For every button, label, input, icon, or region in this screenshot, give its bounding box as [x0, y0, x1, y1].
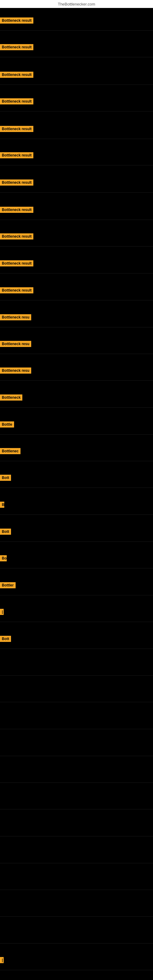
row-separator — [0, 84, 153, 85]
bottleneck-result-item: Bottleneck resu — [0, 341, 31, 348]
row-separator — [0, 111, 153, 111]
row-separator — [0, 514, 153, 515]
row-separator — [0, 273, 153, 274]
bottleneck-result-item: Bottleneck result — [0, 287, 33, 294]
row-separator — [0, 863, 153, 863]
row-separator — [0, 57, 153, 57]
bottleneck-result-item: Bottlenec — [0, 448, 21, 455]
bottleneck-label: Bottleneck result — [0, 207, 33, 213]
rows-container: Bottleneck resultBottleneck resultBottle… — [0, 0, 153, 980]
bottleneck-label: Bottleneck — [0, 395, 22, 401]
bottleneck-result-item: | — [0, 957, 4, 964]
bottleneck-label: Bo — [0, 555, 7, 562]
site-title: TheBottlenecker.com — [58, 2, 95, 6]
bottleneck-label: Bott — [0, 636, 11, 642]
row-separator — [0, 568, 153, 568]
bottleneck-result-item: Bottleneck result — [0, 44, 33, 51]
bottleneck-result-item: Bottleneck resu — [0, 368, 31, 375]
bottleneck-result-item: Bo — [0, 555, 7, 563]
row-separator — [0, 729, 153, 729]
bottleneck-result-item: Bottleneck result — [0, 233, 33, 241]
bottleneck-result-item: Bott — [0, 475, 11, 482]
bottleneck-result-item: Bott — [0, 528, 11, 536]
bottleneck-result-item: | — [0, 609, 4, 616]
bottleneck-label: Bottleneck result — [0, 180, 33, 186]
bottleneck-label: Bottleneck result — [0, 44, 33, 50]
row-separator — [0, 943, 153, 943]
row-separator — [0, 756, 153, 756]
row-separator — [0, 380, 153, 381]
bottleneck-label: Bottleneck resu — [0, 341, 31, 347]
row-separator — [0, 354, 153, 354]
row-separator — [0, 220, 153, 220]
bottleneck-label: Bottleneck result — [0, 152, 33, 158]
bottleneck-result-item: Bottleneck resu — [0, 314, 31, 321]
bottleneck-label: Bottlenec — [0, 448, 21, 454]
row-separator — [0, 783, 153, 783]
row-separator — [0, 809, 153, 810]
bottleneck-label: Bottleneck result — [0, 98, 33, 105]
bottleneck-label: Bottleneck resu — [0, 314, 31, 320]
bottleneck-label: | — [0, 957, 4, 963]
bottleneck-result-item: Bottleneck — [0, 395, 22, 402]
row-separator — [0, 165, 153, 165]
bottleneck-label: Bott — [0, 528, 11, 535]
row-separator — [0, 246, 153, 247]
bottleneck-label: Bottleneck result — [0, 287, 33, 293]
bottleneck-result-item: Bottleneck result — [0, 180, 33, 187]
bottleneck-result-item: Bottler — [0, 582, 16, 590]
row-separator — [0, 622, 153, 622]
bottleneck-label: Bottleneck result — [0, 72, 33, 78]
row-separator — [0, 702, 153, 702]
row-separator — [0, 649, 153, 649]
row-separator — [0, 595, 153, 595]
bottleneck-label: Bottleneck result — [0, 126, 33, 132]
row-separator — [0, 970, 153, 970]
bottleneck-result-item: Bottle — [0, 422, 14, 429]
bottleneck-result-item: Bottleneck result — [0, 152, 33, 159]
bottleneck-label: Bottleneck result — [0, 18, 33, 24]
row-separator — [0, 300, 153, 301]
site-title-bar: TheBottlenecker.com — [0, 0, 153, 8]
bottleneck-result-item: Bottleneck result — [0, 260, 33, 268]
bottleneck-result-item: Bottleneck result — [0, 207, 33, 214]
bottleneck-label: Bottler — [0, 582, 16, 588]
bottleneck-result-item: B — [0, 502, 4, 509]
bottleneck-result-item: Bottleneck result — [0, 18, 33, 25]
row-separator — [0, 675, 153, 676]
bottleneck-result-item: Bottleneck result — [0, 126, 33, 133]
bottleneck-label: Bott — [0, 475, 11, 481]
bottleneck-result-item: Bottleneck result — [0, 98, 33, 106]
bottleneck-label: Bottle — [0, 422, 14, 428]
bottleneck-result-item: Bottleneck result — [0, 72, 33, 79]
row-separator — [0, 327, 153, 328]
bottleneck-label: B — [0, 502, 4, 508]
row-separator — [0, 541, 153, 542]
bottleneck-label: Bottleneck resu — [0, 368, 31, 374]
bottleneck-label: | — [0, 609, 4, 615]
bottleneck-label: Bottleneck result — [0, 260, 33, 266]
row-separator — [0, 434, 153, 434]
bottleneck-result-item: Bott — [0, 636, 11, 643]
bottleneck-label: Bottleneck result — [0, 233, 33, 240]
